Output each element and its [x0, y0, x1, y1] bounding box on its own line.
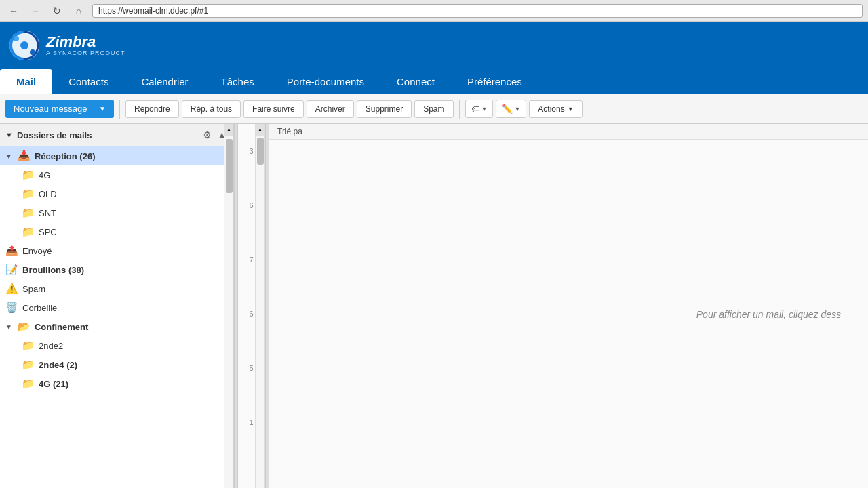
- sidebar-header: ▼ Dossiers de mails ⚙ ▲: [0, 124, 233, 146]
- message-pane: Trié pa Pour afficher un mail, cliquez d…: [269, 124, 868, 488]
- folder-label-corbeille: Corbeille: [22, 303, 57, 313]
- delete-button[interactable]: Supprimer: [357, 100, 412, 118]
- back-button[interactable]: ←: [5, 3, 22, 19]
- sidebar-title: ▼ Dossiers de mails: [5, 130, 92, 140]
- reply-all-button[interactable]: Rép. à tous: [182, 100, 241, 118]
- zimbra-logo-icon: [8, 29, 41, 62]
- home-button[interactable]: ⌂: [71, 3, 87, 19]
- folder-label-2nde4: 2nde4 (2): [39, 360, 77, 370]
- msg-num-3: 7: [249, 253, 253, 307]
- empty-message-text: Pour afficher un mail, cliquez dess: [696, 309, 841, 320]
- folder-icon-confinement: 📂: [18, 321, 31, 333]
- sidebar: ▼ Dossiers de mails ⚙ ▲ ▼ 📥 Réception (2…: [0, 124, 234, 488]
- sidebar-settings-button[interactable]: ⚙: [201, 128, 213, 142]
- tag-button[interactable]: 🏷 ▼: [465, 100, 494, 118]
- folder-label-snt: SNT: [39, 208, 56, 218]
- tag-icon: 🏷: [471, 104, 480, 114]
- msg-num-5: 5: [249, 361, 253, 415]
- app-tagline: A SYNACOR PRODUCT: [46, 49, 125, 56]
- folder-confinement[interactable]: ▼ 📂 Confinement: [0, 317, 233, 336]
- folder-icon-2nde2: 📁: [22, 340, 35, 352]
- folder-2nde2[interactable]: 📁 2nde2: [16, 336, 233, 355]
- sidebar-scrollbar[interactable]: ▲: [224, 124, 233, 488]
- folder-old[interactable]: 📁 OLD: [16, 184, 233, 203]
- tab-connect[interactable]: Connect: [380, 69, 451, 94]
- folder-brouillons[interactable]: 📝 Brouillons (38): [0, 260, 233, 279]
- edit-icon: ✏️: [502, 104, 513, 114]
- sort-label: Trié pa: [277, 127, 302, 136]
- tab-preferences[interactable]: Préférences: [451, 69, 538, 94]
- refresh-button[interactable]: ↻: [49, 3, 65, 19]
- forward-button[interactable]: Faire suivre: [243, 100, 304, 118]
- folder-icon-spam: ⚠️: [5, 283, 18, 295]
- folder-snt[interactable]: 📁 SNT: [16, 203, 233, 222]
- actions-button[interactable]: Actions ▼: [529, 100, 582, 118]
- folder-envoye[interactable]: 📤 Envoyé: [0, 241, 233, 260]
- tab-calendrier[interactable]: Calendrier: [125, 69, 204, 94]
- tab-mail[interactable]: Mail: [0, 69, 52, 94]
- folder-icon-snt: 📁: [22, 207, 35, 219]
- folder-list: ▼ 📥 Réception (26) 📁 4G 📁 OLD 📁 SNT: [0, 146, 233, 393]
- scrollbar-thumb[interactable]: [226, 139, 233, 193]
- new-message-button[interactable]: Nouveau message ▼: [5, 100, 114, 118]
- actions-label: Actions: [538, 104, 564, 114]
- folder-4g[interactable]: 📁 4G: [16, 165, 233, 184]
- tab-porte-documents[interactable]: Porte-documents: [271, 69, 380, 94]
- msg-num-2: 6: [249, 199, 253, 253]
- forward-button[interactable]: →: [27, 3, 43, 19]
- confinement-subfolders: 📁 2nde2 📁 2nde4 (2) 📁 4G (21): [0, 336, 233, 393]
- edit-dropdown-arrow: ▼: [514, 106, 520, 113]
- folder-arrow-confinement: ▼: [5, 323, 12, 331]
- dropdown-arrow-icon: ▼: [99, 105, 106, 113]
- message-list-scrollbar[interactable]: ▲: [255, 124, 264, 488]
- archive-button[interactable]: Archiver: [307, 100, 354, 118]
- zimbra-logo: Zimbra A SYNACOR PRODUCT: [8, 29, 125, 62]
- msg-num-6: 1: [249, 415, 253, 470]
- msg-num-4: 6: [249, 307, 253, 361]
- nav-tabs: Mail Contacts Calendrier Tâches Porte-do…: [0, 69, 868, 94]
- folder-spam[interactable]: ⚠️ Spam: [0, 279, 233, 298]
- folder-2nde4[interactable]: 📁 2nde4 (2): [16, 355, 233, 374]
- tab-contacts[interactable]: Contacts: [52, 69, 125, 94]
- message-list-numbers: ▲ 3 6 7 6 5 1: [238, 124, 265, 488]
- sort-bar: Trié pa: [269, 124, 868, 140]
- folder-icon-spc: 📁: [22, 226, 35, 238]
- svg-point-1: [20, 41, 28, 49]
- folder-icon-4g21: 📁: [22, 378, 35, 390]
- folder-label-reception: Réception (26): [35, 151, 96, 161]
- folder-label-4g: 4G: [39, 170, 50, 180]
- toolbar-separator-2: [459, 100, 460, 119]
- message-empty-state: Pour afficher un mail, cliquez dess: [269, 140, 868, 488]
- folder-icon-4g: 📁: [22, 169, 35, 181]
- reception-subfolders: 📁 4G 📁 OLD 📁 SNT 📁 SPC: [0, 165, 233, 241]
- logo-text-group: Zimbra A SYNACOR PRODUCT: [46, 35, 125, 56]
- app-name: Zimbra: [46, 35, 125, 49]
- folder-label-confinement: Confinement: [35, 322, 88, 332]
- scrollbar-up-arrow[interactable]: ▲: [224, 124, 233, 136]
- msg-scrollbar-thumb[interactable]: [257, 138, 264, 165]
- folder-label-envoye: Envoyé: [22, 246, 52, 256]
- main-content: ▼ Dossiers de mails ⚙ ▲ ▼ 📥 Réception (2…: [0, 124, 868, 488]
- folder-reception[interactable]: ▼ 📥 Réception (26): [0, 146, 233, 165]
- folder-arrow-reception: ▼: [5, 152, 12, 160]
- reply-button[interactable]: Répondre: [125, 100, 179, 118]
- folder-label-spc: SPC: [39, 227, 57, 237]
- svg-point-3: [30, 49, 35, 55]
- folder-corbeille[interactable]: 🗑️ Corbeille: [0, 298, 233, 317]
- msg-scrollbar-up[interactable]: ▲: [256, 124, 264, 136]
- tab-taches[interactable]: Tâches: [205, 69, 271, 94]
- folder-spc[interactable]: 📁 SPC: [16, 222, 233, 241]
- actions-dropdown-arrow: ▼: [568, 106, 574, 113]
- folder-icon-envoye: 📤: [5, 245, 18, 257]
- spam-button[interactable]: Spam: [414, 100, 453, 118]
- folder-icon-reception: 📥: [18, 150, 31, 162]
- edit-button[interactable]: ✏️ ▼: [496, 100, 526, 118]
- folder-4g21[interactable]: 📁 4G (21): [16, 374, 233, 393]
- folder-icon-old: 📁: [22, 188, 35, 200]
- folder-label-old: OLD: [39, 189, 57, 199]
- folder-label-4g21: 4G (21): [39, 379, 68, 389]
- address-bar[interactable]: https://webmail-clm.ddec.pf/#1: [92, 4, 863, 18]
- app-header: Zimbra A SYNACOR PRODUCT: [0, 22, 868, 69]
- folder-label-spam: Spam: [22, 284, 45, 294]
- svg-point-2: [14, 36, 19, 41]
